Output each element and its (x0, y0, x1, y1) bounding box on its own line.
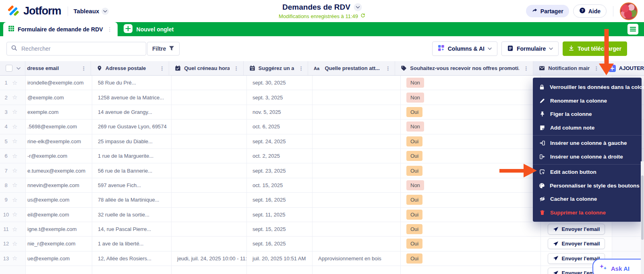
row-selector[interactable]: 5 ☆ (0, 134, 26, 149)
cell-time-slot[interactable] (172, 266, 247, 274)
star-icon[interactable]: ☆ (12, 123, 17, 130)
star-icon[interactable]: ☆ (12, 138, 17, 145)
cell-offers[interactable]: Oui (401, 105, 541, 119)
row-selector[interactable]: 3 ☆ (0, 105, 26, 119)
cell-suggested-date[interactable]: juil. 20, 2025 10:51 AM (247, 251, 313, 266)
cell-offers[interactable]: Oui (401, 134, 541, 149)
row-selector[interactable]: 1 ☆ (0, 76, 26, 90)
tab-list-button[interactable] (627, 24, 638, 36)
cell-offers[interactable]: Non (401, 90, 541, 105)
cell-suggested-date[interactable]: sept. 16, 2025 (247, 237, 313, 251)
menu-item-pushpin[interactable]: Figer la colonne (533, 107, 642, 121)
cell-time-slot[interactable] (172, 76, 247, 90)
star-icon[interactable]: ☆ (12, 167, 17, 174)
cell-email[interactable]: @exemple.com (26, 90, 92, 105)
tab-kebab-icon[interactable]: ⋮ (106, 27, 114, 32)
menu-item-palette[interactable]: Personnaliser le style des boutons (533, 179, 642, 193)
star-icon[interactable]: ☆ (12, 255, 17, 262)
workspace-switcher[interactable]: Tableaux (74, 8, 109, 15)
cell-time-slot[interactable] (172, 149, 247, 163)
row-selector[interactable]: 6 ☆ (0, 149, 26, 163)
filter-button[interactable]: Filtre (147, 42, 180, 56)
vertical-scrollbar-thumb[interactable] (641, 175, 644, 240)
help-button[interactable]: ? Aide (573, 4, 607, 18)
menu-item-lock[interactable]: Verrouiller les données dans la colonne (533, 80, 642, 94)
new-tab-button[interactable]: Nouvel onglet (123, 22, 174, 36)
cell-notification[interactable]: Envoyer l'email (541, 222, 612, 237)
column-header-5[interactable]: Souhaitez-vous recevoir nos offres promo… (395, 61, 533, 75)
cell-time-slot[interactable] (172, 178, 247, 193)
cell-address[interactable]: 1 rue de la Marguerite... (92, 149, 172, 163)
cell-address[interactable]: 1 ave de la liberté... (92, 237, 172, 251)
column-menu-kebab-icon[interactable]: ⋮ (158, 66, 166, 71)
cell-time-slot[interactable]: jeudi, juil. 24, 2025 10:00 - 11:... (172, 251, 247, 266)
cell-email[interactable]: exemple.com (26, 105, 92, 119)
cell-email[interactable]: nnevin@exemple.com (26, 178, 92, 193)
cell-email[interactable]: igne.t@exemple.com (26, 222, 92, 237)
column-menu-kebab-icon[interactable]: ⋮ (593, 66, 600, 71)
cell-address[interactable]: 12, Allée des Rosiers... (92, 251, 172, 266)
menu-item-pencil[interactable]: Renommer la colonne (533, 94, 642, 108)
cell-offers[interactable]: Non (401, 76, 541, 90)
cell-email[interactable]: rine-elk@exemple.com (26, 134, 92, 149)
cell-service[interactable]: Approvisionnement en bois (313, 251, 401, 266)
menu-item-eye-off[interactable]: Cacher la colonne (533, 192, 642, 206)
cell-offers[interactable]: Oui (401, 149, 541, 163)
cell-service[interactable] (313, 222, 401, 237)
cell-email[interactable]: ue@exemple.com (26, 251, 92, 266)
cell-offers[interactable]: Oui (401, 193, 541, 207)
row-selector[interactable] (0, 266, 26, 274)
cell-offers[interactable]: Oui (401, 251, 541, 266)
menu-item-note[interactable]: Add column note (533, 121, 642, 135)
cell-offers[interactable]: Non (401, 119, 541, 134)
search-input[interactable] (21, 45, 142, 52)
user-avatar[interactable] (620, 2, 638, 20)
cell-suggested-date[interactable]: sept. 24, 2025 (247, 134, 313, 149)
cell-address[interactable] (92, 266, 172, 274)
row-selector[interactable]: 9 ☆ (0, 193, 26, 207)
cell-address[interactable]: 269 rue Gustave Lyon, 69574 (92, 119, 172, 134)
column-header-1[interactable]: Adresse postale ⋮ (91, 61, 169, 75)
column-header-6[interactable]: Notification main... ⋮ (533, 61, 604, 75)
cell-time-slot[interactable] (172, 237, 247, 251)
cell-address[interactable]: 56 rue de la Bannerie... (92, 163, 172, 178)
cell-service[interactable] (313, 90, 401, 105)
cell-service[interactable] (313, 193, 401, 207)
cell-suggested-date[interactable]: sept. 23, 2025 (247, 163, 313, 178)
form-button[interactable]: Formulaire (501, 41, 559, 56)
cell-service[interactable] (313, 178, 401, 193)
ask-ai-button[interactable]: Ask AI (592, 259, 644, 274)
cell-offers[interactable]: Non (401, 178, 541, 193)
cell-email[interactable]: e.tumeux@exemple.com (26, 163, 92, 178)
cell-suggested-date[interactable]: sept. 11, 2025 (247, 208, 313, 222)
cell-suggested-date[interactable]: sept. 30, 2025 (247, 76, 313, 90)
cell-suggested-date[interactable]: sept. 3, 2025 (247, 90, 313, 105)
cell-service[interactable] (313, 105, 401, 119)
cell-service[interactable] (313, 266, 401, 274)
cell-suggested-date[interactable]: sept. 16, 2025 (247, 193, 313, 207)
cell-service[interactable] (313, 163, 401, 178)
cell-email[interactable]: nie_r@exemple.com (26, 237, 92, 251)
column-header-4[interactable]: Aa Quelle prestation att... ⋮ (308, 61, 395, 75)
cell-address[interactable]: 1258 avenue de la Matrice... (92, 90, 172, 105)
column-header-3[interactable]: 10 Suggérez un autr... ⋮ (244, 61, 309, 75)
select-all-checkbox[interactable] (6, 65, 12, 72)
column-menu-kebab-icon[interactable]: ⋮ (80, 66, 87, 71)
cell-address[interactable]: 25 impasse du Diable... (92, 134, 172, 149)
cell-address[interactable]: 14 avenue de Grangy... (92, 105, 172, 119)
cell-time-slot[interactable] (172, 90, 247, 105)
cell-offers[interactable]: Oui (401, 237, 541, 251)
cell-offers[interactable]: Oui (401, 163, 541, 178)
cell-time-slot[interactable] (172, 105, 247, 119)
column-menu-kebab-icon[interactable]: ⋮ (522, 66, 530, 71)
menu-item-insert-right[interactable]: Insérer une colonne à droite (533, 150, 642, 164)
cell-address[interactable]: 32 ruelle de la sortie... (92, 208, 172, 222)
cell-time-slot[interactable] (172, 134, 247, 149)
row-selector[interactable]: 12 ☆ (0, 237, 26, 251)
cell-offers[interactable]: Oui (401, 222, 541, 237)
cell-email[interactable]: .5698@exemple.com (26, 119, 92, 134)
column-header-0[interactable]: dresse email ⋮ (25, 61, 91, 75)
cell-email[interactable]: us@exemple.com (26, 193, 92, 207)
cell-time-slot[interactable] (172, 163, 247, 178)
cell-address[interactable]: 597 avenue Fich... (92, 178, 172, 193)
